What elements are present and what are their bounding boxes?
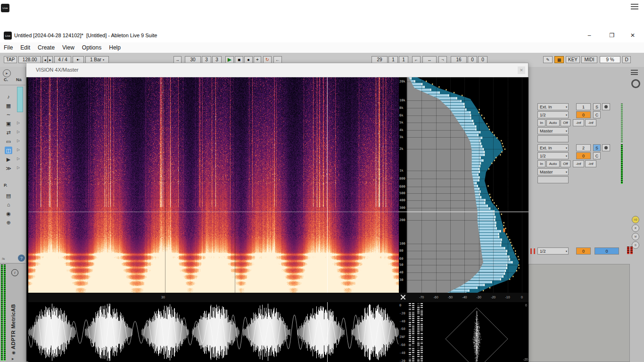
wave-toggle-icon[interactable]: ≈ <box>2 255 5 262</box>
menu-item-help[interactable]: Help <box>109 44 125 51</box>
help-icon[interactable]: ? <box>18 255 25 262</box>
expand-icon[interactable] <box>400 294 406 300</box>
clip-stop-icon[interactable] <box>530 248 535 254</box>
quantize-menu[interactable]: 1 Bar▾ <box>85 56 109 63</box>
track2-input-type[interactable]: Ext. In <box>537 144 569 151</box>
track2-monitor-in[interactable]: In <box>537 160 545 167</box>
track1-volume[interactable]: -inf <box>573 119 584 126</box>
track1-monitor-in[interactable]: In <box>537 119 545 126</box>
expand-arrow-icon[interactable]: ▷ <box>17 165 20 170</box>
waveform-display[interactable] <box>28 302 399 362</box>
tempo-field[interactable]: 128.00 <box>18 56 41 63</box>
browser-place-add-folder[interactable]: ⊕ <box>0 218 26 227</box>
menu-item-view[interactable]: View <box>62 44 79 51</box>
spectrogram-display[interactable] <box>28 77 399 293</box>
key-map-button[interactable]: KEY <box>566 56 580 63</box>
device-activator-icon[interactable]: ◉ <box>12 350 16 355</box>
track2-arm-button[interactable] <box>602 144 610 151</box>
loop-length-sixteenths-field[interactable]: 0 <box>478 56 487 63</box>
browser-category-plug-ins[interactable]: ◫▷ <box>0 146 26 155</box>
preview-icon[interactable]: ▸ <box>3 69 11 77</box>
track2-monitor-off[interactable]: Off <box>561 160 570 167</box>
maximize-button[interactable]: ❐ <box>604 31 619 40</box>
punch-out-button[interactable]: ¬ <box>438 56 447 63</box>
track2-pan[interactable]: -inf <box>585 160 596 167</box>
menu-item-edit[interactable]: Edit <box>20 44 35 51</box>
browser-category-drums[interactable]: ▦ <box>0 101 26 110</box>
track1-monitor-off[interactable]: Off <box>561 119 570 126</box>
loop-start-sixteenths-field[interactable]: 1 <box>399 56 408 63</box>
track1-monitor-auto[interactable]: Auto <box>546 119 560 126</box>
loop-button[interactable]: ↔ <box>422 56 437 63</box>
draw-mode-button[interactable]: ✎ <box>543 56 553 63</box>
midi-map-button[interactable]: MIDI <box>581 56 597 63</box>
menu-item-file[interactable]: File <box>4 44 17 51</box>
mixer-toggle-d[interactable]: D <box>632 241 639 249</box>
plugin-close-button[interactable]: ✕ <box>518 66 525 74</box>
reenable-automation-button[interactable]: ↻ <box>263 56 272 63</box>
browser-place-packs[interactable]: ▤ <box>0 191 26 200</box>
browser-category-audio-effects[interactable]: ▣▷ <box>0 119 26 128</box>
menu-item-create[interactable]: Create <box>38 44 59 51</box>
track2-output[interactable]: Master <box>537 168 569 175</box>
mixer-toggle-i-o[interactable]: I-O <box>632 216 639 223</box>
track1-solo-button[interactable]: S <box>593 103 601 110</box>
back-to-arrangement-button[interactable]: ← <box>273 56 282 63</box>
track1-output[interactable]: Master <box>537 127 569 134</box>
track1-pan[interactable]: -inf <box>585 119 596 126</box>
return-gain[interactable]: 0 <box>576 247 591 255</box>
track2-output-channel[interactable] <box>537 176 569 183</box>
browser-place-user-library[interactable]: ⌂ <box>0 200 26 209</box>
track2-monitor-auto[interactable]: Auto <box>546 160 560 167</box>
tap-tempo-button[interactable]: TAP <box>4 56 17 63</box>
device-title[interactable]: ADPTR MetricAB <box>10 279 16 349</box>
track2-input-channel[interactable]: 1/2 <box>537 152 569 159</box>
track2-solo-button[interactable]: S <box>593 144 601 151</box>
close-button[interactable]: ✕ <box>625 31 640 40</box>
overview-icon[interactable] <box>631 70 638 75</box>
loop-length-beats-field[interactable]: 0 <box>468 56 477 63</box>
plugin-titlebar[interactable]: VISION 4X/Master ✕ <box>26 63 528 77</box>
loop-start-beats-field[interactable]: 1 <box>388 56 398 63</box>
return-send[interactable]: 0 <box>594 247 619 255</box>
spectrum-analyzer-display[interactable] <box>407 77 528 293</box>
track1-input-type[interactable]: Ext. In <box>537 103 569 110</box>
track1-input-channel[interactable]: 1/2 <box>537 111 569 118</box>
punch-in-button[interactable]: ⌐ <box>412 56 421 63</box>
nudge-down-button[interactable]: ◂ <box>42 56 48 63</box>
browser-category-sounds[interactable]: ♪ <box>0 92 26 101</box>
browser-category-clips[interactable]: ▶▷ <box>0 155 26 164</box>
track1-crossfade[interactable]: C <box>593 111 601 118</box>
info-icon[interactable]: i <box>11 269 18 276</box>
browser-category-max-for-live[interactable]: ▭▷ <box>0 137 26 146</box>
position-sixteenths-field[interactable]: 3 <box>212 56 222 63</box>
hamburger-icon[interactable] <box>631 4 638 9</box>
overdub-button[interactable]: + <box>254 56 261 63</box>
expand-arrow-icon[interactable]: ▷ <box>17 121 20 125</box>
device-expand-icon[interactable]: ▸ <box>12 356 14 361</box>
computer-midi-keyboard-button[interactable]: ▦ <box>554 56 564 63</box>
stop-button[interactable]: ■ <box>235 56 243 63</box>
track2-crossfade[interactable]: C <box>593 152 601 159</box>
browser-category-instruments[interactable]: ∼ <box>0 110 26 119</box>
browser-category-samples[interactable]: ≫▷ <box>0 164 26 173</box>
track2-volume[interactable]: -inf <box>573 160 584 167</box>
expand-arrow-icon[interactable]: ▷ <box>17 156 20 161</box>
position-bars-field[interactable]: 30 <box>185 56 201 63</box>
session-record-icon[interactable] <box>631 79 640 88</box>
track1-arm-button[interactable] <box>602 103 610 110</box>
expand-arrow-icon[interactable]: ▷ <box>17 148 20 152</box>
browser-category-midi-effects[interactable]: ⇄▷ <box>0 128 26 137</box>
nudge-up-button[interactable]: ▸ <box>48 56 53 63</box>
menu-item-options[interactable]: Options <box>82 44 106 51</box>
loop-start-bars-field[interactable]: 29 <box>372 56 388 63</box>
time-signature-field[interactable]: 4 / 4 <box>54 56 71 63</box>
metronome-button[interactable]: ●◦ <box>73 56 84 63</box>
minimize-button[interactable]: – <box>582 31 597 40</box>
browser-place-current-project[interactable]: ◉ <box>0 209 26 218</box>
position-beats-field[interactable]: 3 <box>202 56 211 63</box>
record-button[interactable]: ● <box>244 56 253 63</box>
return-input-channel[interactable]: 1/2 <box>537 247 569 255</box>
play-button[interactable]: ▶ <box>225 56 234 63</box>
expand-arrow-icon[interactable]: ▷ <box>17 139 20 143</box>
